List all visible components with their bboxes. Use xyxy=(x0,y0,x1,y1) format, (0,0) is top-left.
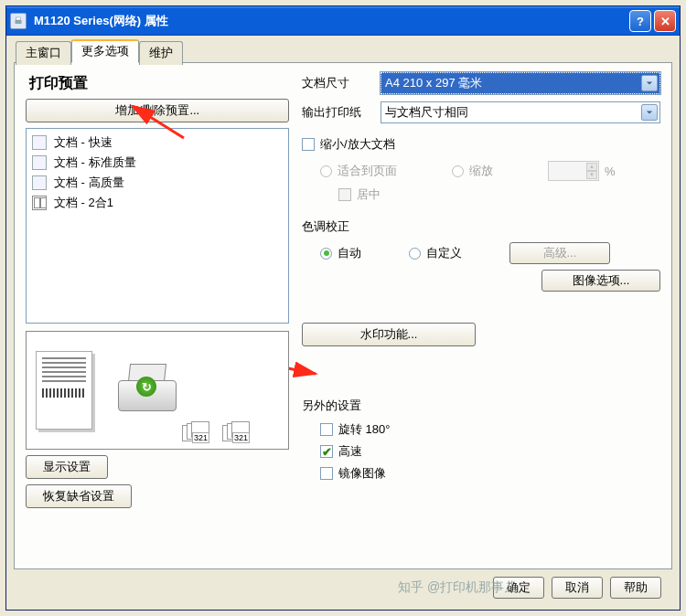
zoom-radio: 缩放 xyxy=(452,163,493,179)
svg-rect-1 xyxy=(16,17,21,20)
preset-label: 文档 - 高质量 xyxy=(54,175,124,191)
advanced-button: 高级... xyxy=(509,242,610,264)
printer-icon xyxy=(10,13,27,29)
tab-maintenance[interactable]: 维护 xyxy=(139,41,183,65)
color-auto-radio[interactable]: 自动 xyxy=(320,245,361,261)
stack-icon: 321 xyxy=(222,421,250,443)
chevron-down-icon xyxy=(641,104,658,121)
zoom-percent-spinner: ▲▼ xyxy=(548,161,599,181)
chevron-down-icon xyxy=(641,75,658,91)
help-button[interactable]: ? xyxy=(629,10,651,32)
checkbox-icon xyxy=(320,467,333,480)
high-speed-checkbox[interactable]: ✔ 高速 xyxy=(320,443,660,460)
stack-icon: 321 xyxy=(182,421,209,443)
preset-label: 文档 - 标准质量 xyxy=(54,154,136,171)
radio-icon xyxy=(452,165,464,177)
help-button[interactable]: 帮助 xyxy=(610,577,661,599)
svg-rect-0 xyxy=(16,20,22,24)
fit-to-page-radio: 适合到页面 xyxy=(320,163,397,179)
titlebar: M1120 Series(网络) 属性 ? ✕ xyxy=(6,6,680,36)
tab-main[interactable]: 主窗口 xyxy=(16,41,71,65)
tab-more-options[interactable]: 更多选项 xyxy=(71,39,139,63)
checkbox-checked-icon: ✔ xyxy=(320,445,333,458)
radio-icon xyxy=(409,248,421,260)
add-remove-presets-button[interactable]: 增加/删除预置... xyxy=(26,99,289,122)
checkbox-icon xyxy=(320,423,333,436)
preset-label: 文档 - 快速 xyxy=(54,134,113,151)
extra-settings-heading: 另外的设置 xyxy=(302,398,660,414)
radio-icon xyxy=(320,165,332,177)
close-button[interactable]: ✕ xyxy=(654,10,676,32)
center-checkbox: 居中 xyxy=(338,186,381,203)
cancel-button[interactable]: 取消 xyxy=(552,577,603,599)
doc-size-value: A4 210 x 297 毫米 xyxy=(385,75,482,91)
watermark-text: 知乎 @打印机那事儿 xyxy=(398,579,517,596)
preset-label: 文档 - 2合1 xyxy=(54,195,113,211)
color-custom-radio[interactable]: 自定义 xyxy=(409,245,462,261)
document-icon xyxy=(32,135,47,150)
preset-item[interactable]: 文档 - 快速 xyxy=(32,133,283,153)
window-title: M1120 Series(网络) 属性 xyxy=(34,13,168,29)
rotate-180-checkbox[interactable]: 旋转 180° xyxy=(320,421,660,438)
document-icon xyxy=(32,155,47,170)
tab-panel: 打印预置 增加/删除预置... 文档 - 快速 文档 - 标准质量 文档 - 高… xyxy=(14,62,672,569)
mirror-image-checkbox[interactable]: 镜像图像 xyxy=(320,465,660,482)
tab-strip: 主窗口 更多选项 维护 xyxy=(14,39,672,63)
watermark-button[interactable]: 水印功能... xyxy=(302,323,476,346)
checkbox-icon xyxy=(302,138,315,151)
radio-icon xyxy=(320,248,332,260)
color-correction-heading: 色调校正 xyxy=(302,218,660,235)
preset-item[interactable]: 文档 - 标准质量 xyxy=(32,153,283,173)
preset-item[interactable]: 文档 - 2合1 xyxy=(32,193,283,213)
output-paper-dropdown[interactable]: 与文档尺寸相同 xyxy=(381,101,660,123)
document-preview-icon xyxy=(36,351,92,430)
output-paper-label: 输出打印纸 xyxy=(302,104,381,121)
checkbox-icon xyxy=(338,188,351,201)
image-options-button[interactable]: 图像选项... xyxy=(541,270,660,292)
preset-preview: ↻ 321 321 xyxy=(26,331,289,450)
presets-heading: 打印预置 xyxy=(29,74,289,93)
show-settings-button[interactable]: 显示设置 xyxy=(26,455,108,479)
preset-list[interactable]: 文档 - 快速 文档 - 标准质量 文档 - 高质量 文档 - 2合1 xyxy=(26,128,289,324)
printer-preview-icon: ↻ xyxy=(114,364,180,417)
output-paper-value: 与文档尺寸相同 xyxy=(385,104,468,121)
scale-checkbox[interactable]: 缩小/放大文档 xyxy=(302,136,395,153)
restore-defaults-button[interactable]: 恢复缺省设置 xyxy=(26,484,132,508)
document-icon xyxy=(32,175,47,190)
dialog-footer: 知乎 @打印机那事儿 确定 取消 帮助 xyxy=(14,569,672,602)
preset-item[interactable]: 文档 - 高质量 xyxy=(32,173,283,193)
doc-size-dropdown[interactable]: A4 210 x 297 毫米 xyxy=(381,72,660,94)
two-up-icon xyxy=(32,196,47,210)
doc-size-label: 文档尺寸 xyxy=(302,75,381,91)
